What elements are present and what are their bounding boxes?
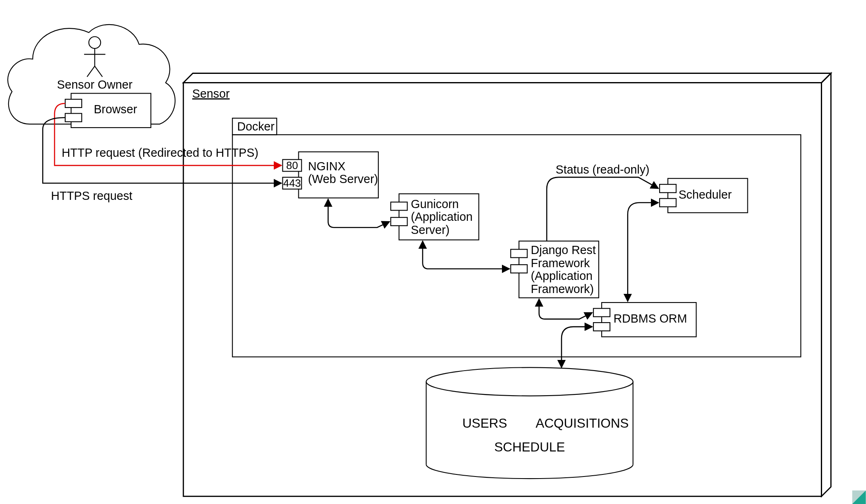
scheduler-label: Scheduler (678, 188, 732, 201)
nginx-port-443: 443 (283, 177, 301, 189)
edge-status-label: Status (read-only) (556, 163, 650, 176)
svg-rect-20 (511, 250, 527, 258)
sensor-label: Sensor (192, 87, 230, 100)
svg-marker-9 (183, 73, 831, 83)
edge-https-label: HTTPS request (51, 189, 132, 202)
db-users: USERS (462, 416, 507, 431)
docker-label: Docker (237, 120, 275, 133)
svg-rect-17 (391, 202, 407, 210)
edge-nginx-gunicorn (328, 199, 389, 227)
gunicorn-title: Gunicorn (411, 197, 459, 211)
edge-django-orm (539, 299, 592, 319)
svg-rect-21 (511, 265, 527, 273)
svg-rect-27 (593, 323, 610, 331)
db-acquisitions: ACQUISITIONS (536, 416, 629, 431)
nginx-subtitle: (Web Server) (308, 172, 378, 186)
svg-rect-23 (660, 184, 676, 192)
svg-point-0 (89, 37, 101, 48)
edge-gunicorn-django (423, 241, 510, 269)
actor-icon (84, 37, 105, 77)
edge-http-label: HTTP request (Redirected to HTTPS) (62, 146, 258, 159)
svg-line-4 (95, 66, 103, 77)
database-cylinder: USERS ACQUISITIONS SCHEDULE (426, 367, 633, 479)
svg-rect-18 (391, 218, 407, 226)
nginx-port-80: 80 (286, 160, 298, 171)
db-schedule: SCHEDULE (494, 440, 565, 454)
django-component: Django Rest Framework (Application Frame… (511, 241, 599, 298)
actor-label: Sensor Owner (57, 78, 133, 91)
svg-point-28 (426, 367, 633, 396)
orm-label: RDBMS ORM (614, 312, 687, 325)
gunicorn-component: Gunicorn (Application Server) (391, 194, 479, 240)
gunicorn-sub1: (Application (411, 210, 472, 223)
svg-rect-7 (65, 113, 82, 121)
browser-label: Browser (94, 103, 137, 116)
svg-line-3 (87, 66, 95, 77)
django-l1: Django Rest (531, 243, 596, 257)
django-l2: Framework (531, 257, 590, 270)
nginx-title: NGINX (308, 160, 346, 173)
edge-django-scheduler (547, 177, 658, 241)
edge-orm-db (561, 327, 592, 367)
django-l3: (Application (531, 269, 592, 282)
django-l4: Framework) (531, 282, 594, 296)
architecture-diagram: Sensor Owner Browser Sensor Docker 80 44… (0, 0, 866, 504)
scheduler-component: Scheduler (660, 179, 748, 213)
svg-rect-26 (593, 308, 610, 316)
edge-scheduler-orm (628, 203, 658, 301)
svg-rect-8 (183, 83, 822, 497)
orm-component: RDBMS ORM (593, 302, 696, 337)
svg-marker-10 (822, 73, 831, 497)
svg-rect-24 (660, 199, 676, 207)
sensor-node: Sensor (183, 73, 831, 497)
browser-component: Browser (65, 93, 151, 127)
gunicorn-sub2: Server) (411, 223, 449, 236)
nginx-component: 80 443 NGINX (Web Server) (283, 152, 378, 198)
svg-rect-6 (65, 99, 82, 108)
